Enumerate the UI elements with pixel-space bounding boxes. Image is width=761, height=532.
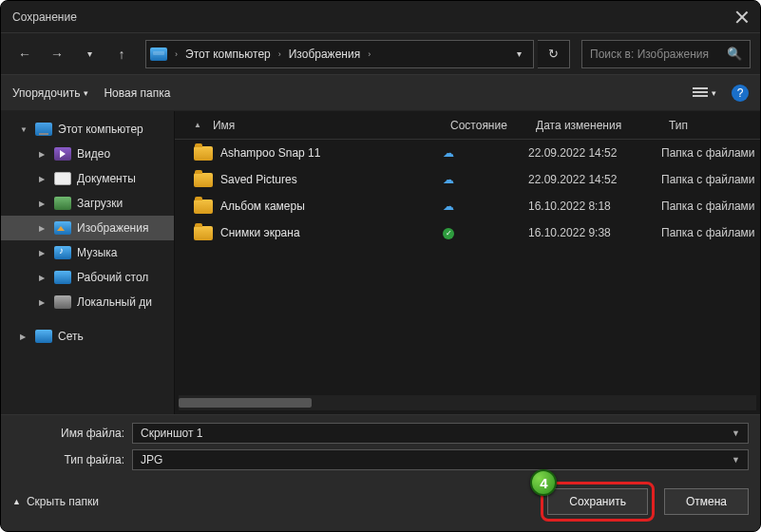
sidebar-item-local-disk[interactable]: Локальный ди xyxy=(1,290,174,314)
folder-icon xyxy=(194,226,213,240)
sidebar-item-video[interactable]: Видео xyxy=(1,142,174,166)
chevron-right-icon[interactable] xyxy=(39,273,48,282)
file-type: Папка с файлами xyxy=(661,173,760,186)
folder-icon xyxy=(194,173,213,187)
chevron-down-icon[interactable]: ▼ xyxy=(732,428,740,438)
disk-icon xyxy=(54,295,71,309)
column-headers: ▲ Имя Состояние Дата изменения Тип xyxy=(175,111,760,140)
up-button[interactable]: ↑ xyxy=(107,40,136,68)
refresh-button[interactable]: ↻ xyxy=(538,40,570,68)
chevron-right-icon: › xyxy=(276,49,283,59)
breadcrumb-folder[interactable]: Изображения xyxy=(285,46,364,63)
horizontal-scrollbar[interactable] xyxy=(179,395,756,410)
breadcrumb-root[interactable]: Этот компьютер xyxy=(181,46,275,63)
chevron-right-icon[interactable] xyxy=(39,297,48,307)
file-date: 16.10.2022 8:18 xyxy=(528,200,661,213)
button-row: ▲ Скрыть папки 4 Сохранить Отмена xyxy=(12,482,749,522)
desktop-icon xyxy=(54,271,71,284)
cloud-icon: ☁ xyxy=(443,200,454,213)
chevron-right-icon[interactable] xyxy=(39,199,48,208)
scrollbar-thumb[interactable] xyxy=(179,398,312,408)
breadcrumb-bar[interactable]: › Этот компьютер › Изображения › ▾ xyxy=(145,40,534,68)
sidebar-item-label: Рабочий стол xyxy=(77,271,148,284)
file-name: Ashampoo Snap 11 xyxy=(220,146,320,160)
filename-value: Скриншот 1 xyxy=(141,427,202,440)
sidebar: Этот компьютер Видео Документы Загрузки xyxy=(1,111,175,414)
sidebar-item-desktop[interactable]: Рабочий стол xyxy=(1,265,174,290)
filename-label: Имя файла: xyxy=(12,427,124,440)
sidebar-item-downloads[interactable]: Загрузки xyxy=(1,191,174,216)
file-type: Папка с файлами xyxy=(661,146,760,160)
file-name: Saved Pictures xyxy=(220,173,297,186)
chevron-right-icon[interactable] xyxy=(20,332,29,341)
recent-locations-button[interactable]: ▾ xyxy=(75,40,104,68)
sidebar-item-this-pc[interactable]: Этот компьютер xyxy=(1,117,174,142)
help-icon[interactable]: ? xyxy=(732,85,749,102)
chevron-down-icon[interactable] xyxy=(20,124,29,134)
sidebar-item-label: Изображения xyxy=(77,221,148,235)
close-icon[interactable] xyxy=(735,10,749,24)
table-row[interactable]: Альбом камеры☁16.10.2022 8:18Папка с фай… xyxy=(175,193,760,219)
sidebar-item-documents[interactable]: Документы xyxy=(1,166,174,191)
search-input[interactable]: Поиск в: Изображения 🔍 xyxy=(581,40,751,68)
save-button[interactable]: Сохранить xyxy=(547,488,648,515)
table-row[interactable]: Снимки экрана✓16.10.2022 9:38Папка с фай… xyxy=(175,219,760,246)
content-area: Этот компьютер Видео Документы Загрузки xyxy=(1,111,760,414)
sidebar-item-music[interactable]: Музыка xyxy=(1,240,174,265)
chevron-right-icon[interactable] xyxy=(39,149,48,159)
back-button[interactable]: ← xyxy=(10,40,39,68)
file-date: 22.09.2022 14:52 xyxy=(528,173,661,186)
folder-icon xyxy=(194,146,213,161)
window-title: Сохранение xyxy=(12,10,735,24)
sidebar-item-label: Этот компьютер xyxy=(58,123,143,136)
document-icon xyxy=(54,172,71,185)
table-row[interactable]: Ashampoo Snap 11☁22.09.2022 14:52Папка с… xyxy=(175,140,760,166)
files-pane: ▲ Имя Состояние Дата изменения Тип Asham… xyxy=(175,111,760,414)
filename-input[interactable]: Скриншот 1 ▼ xyxy=(132,423,749,444)
new-folder-button[interactable]: Новая папка xyxy=(104,86,170,100)
sidebar-item-label: Локальный ди xyxy=(77,295,152,309)
cloud-icon: ☁ xyxy=(443,173,454,186)
check-icon: ✓ xyxy=(443,228,454,239)
column-state[interactable]: Состояние xyxy=(450,119,536,132)
chevron-right-icon[interactable] xyxy=(39,223,48,233)
bottom-panel: Имя файла: Скриншот 1 ▼ Тип файла: JPG ▼… xyxy=(1,414,760,531)
sidebar-item-label: Загрузки xyxy=(77,197,123,210)
sort-indicator-icon: ▲ xyxy=(194,121,201,129)
file-name: Альбом камеры xyxy=(220,200,305,213)
filetype-select[interactable]: JPG ▼ xyxy=(132,449,749,470)
folder-icon xyxy=(194,200,213,214)
chevron-down-icon[interactable]: ▼ xyxy=(732,455,740,465)
hide-folders-button[interactable]: ▲ Скрыть папки xyxy=(12,495,99,508)
chevron-right-icon[interactable] xyxy=(39,174,48,183)
sidebar-item-label: Музыка xyxy=(77,246,117,259)
titlebar: Сохранение xyxy=(1,1,760,33)
column-date[interactable]: Дата изменения xyxy=(536,119,669,132)
breadcrumb-dropdown[interactable]: ▾ xyxy=(508,40,529,68)
sidebar-item-label: Видео xyxy=(77,147,110,161)
view-menu[interactable]: ▾ xyxy=(693,87,716,99)
music-icon xyxy=(54,246,71,259)
sidebar-item-label: Сеть xyxy=(58,330,84,343)
sidebar-item-network[interactable]: Сеть xyxy=(1,324,174,349)
download-icon xyxy=(54,197,71,210)
sidebar-item-images[interactable]: Изображения xyxy=(1,216,174,240)
video-icon xyxy=(54,147,71,161)
file-date: 16.10.2022 9:38 xyxy=(528,226,661,239)
filetype-row: Тип файла: JPG ▼ xyxy=(12,449,749,470)
cancel-button[interactable]: Отмена xyxy=(664,488,749,515)
column-type[interactable]: Тип xyxy=(669,119,760,132)
column-name[interactable]: ▲ Имя xyxy=(194,119,450,132)
search-icon[interactable]: 🔍 xyxy=(727,47,742,61)
chevron-right-icon[interactable] xyxy=(39,248,48,257)
file-type: Папка с файлами xyxy=(661,200,760,213)
organize-menu[interactable]: Упорядочить▾ xyxy=(12,86,88,100)
hide-folders-label: Скрыть папки xyxy=(27,495,99,508)
table-row[interactable]: Saved Pictures☁22.09.2022 14:52Папка с ф… xyxy=(175,166,760,193)
forward-button[interactable]: → xyxy=(43,40,71,68)
chevron-up-icon: ▲ xyxy=(12,497,21,506)
pc-icon xyxy=(35,123,52,136)
pc-icon xyxy=(150,48,167,61)
filename-row: Имя файла: Скриншот 1 ▼ xyxy=(12,423,749,444)
network-icon xyxy=(35,330,52,343)
